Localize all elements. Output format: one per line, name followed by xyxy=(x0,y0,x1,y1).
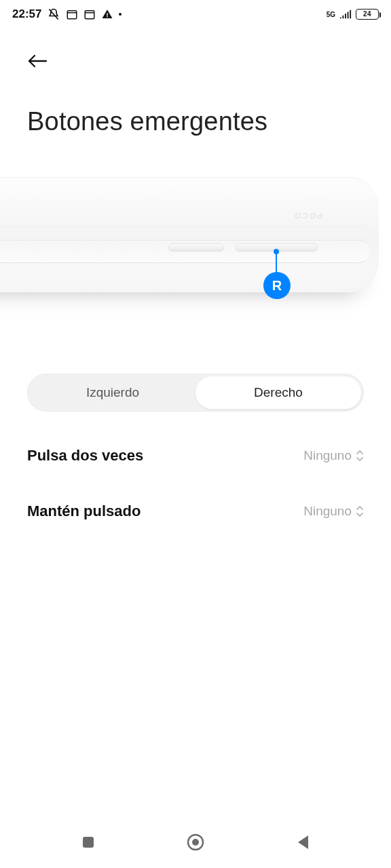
segment-right[interactable]: Derecho xyxy=(196,376,361,409)
option-long-press-label: Mantén pulsado xyxy=(27,502,141,520)
battery-icon: 24 xyxy=(356,9,379,20)
page-title: Botones emergentes xyxy=(27,107,364,136)
calendar-icon xyxy=(66,8,78,20)
option-long-press-value: Ninguno xyxy=(303,504,352,519)
phone-body xyxy=(0,177,379,292)
pointer-line-icon xyxy=(276,252,277,273)
content-area: Izquierdo Derecho Pulsa dos veces Ningun… xyxy=(0,374,391,520)
more-indicator-icon xyxy=(119,13,122,16)
warning-icon xyxy=(101,8,113,20)
signal-icon xyxy=(339,9,352,19)
status-bar: 22:57 5G xyxy=(0,0,391,28)
back-button[interactable] xyxy=(27,47,54,75)
option-double-press-label: Pulsa dos veces xyxy=(27,447,143,465)
option-long-press[interactable]: Mantén pulsado Ninguno xyxy=(27,502,364,520)
right-marker-badge: R xyxy=(263,272,291,299)
updown-icon xyxy=(356,506,364,517)
battery-level: 24 xyxy=(356,9,378,19)
option-double-press-value-group: Ninguno xyxy=(303,448,364,463)
system-nav-bar xyxy=(0,816,391,868)
page-header: Botones emergentes xyxy=(0,28,391,136)
segment-left[interactable]: Izquierdo xyxy=(30,376,196,409)
nav-home-button[interactable] xyxy=(176,823,215,861)
svg-rect-1 xyxy=(86,11,95,19)
option-double-press[interactable]: Pulsa dos veces Ninguno xyxy=(27,447,364,465)
nav-back-button[interactable] xyxy=(284,823,322,861)
option-double-press-value: Ninguno xyxy=(303,448,352,463)
status-left: 22:57 xyxy=(12,7,122,21)
mute-icon xyxy=(47,7,60,21)
phone-illustration: POCO R xyxy=(0,177,391,319)
svg-rect-0 xyxy=(68,11,77,19)
nav-recents-button[interactable] xyxy=(69,823,107,861)
side-segmented-control: Izquierdo Derecho xyxy=(27,374,364,412)
updown-icon xyxy=(356,450,364,461)
segment-left-label: Izquierdo xyxy=(86,385,139,400)
segment-right-label: Derecho xyxy=(254,385,303,400)
calendar-icon-2 xyxy=(83,8,96,20)
network-type: 5G xyxy=(327,12,335,18)
phone-brand: POCO xyxy=(293,211,323,220)
option-long-press-value-group: Ninguno xyxy=(303,504,364,519)
status-right: 5G 24 xyxy=(327,9,379,20)
svg-rect-2 xyxy=(83,837,94,848)
marker-label: R xyxy=(272,278,282,294)
svg-point-4 xyxy=(192,839,199,846)
phone-button-left xyxy=(168,243,224,252)
status-time: 22:57 xyxy=(12,7,41,21)
